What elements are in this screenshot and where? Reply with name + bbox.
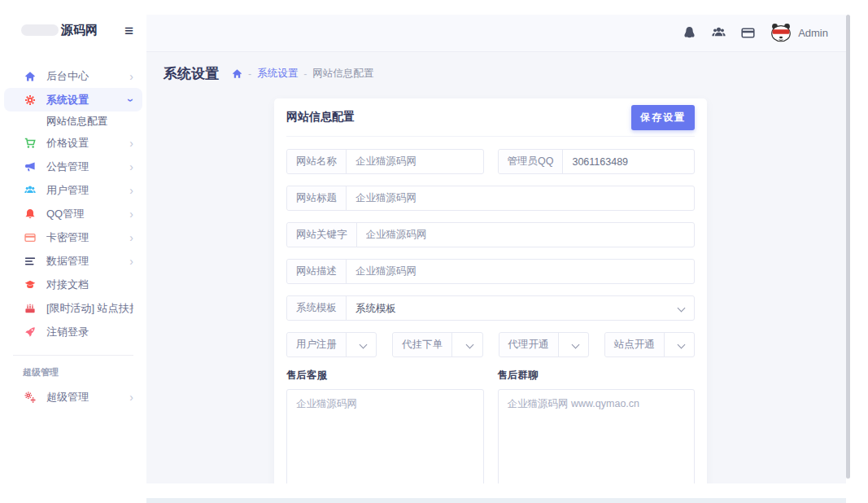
cogs-icon (24, 391, 36, 403)
logo-redacted-blob (21, 24, 59, 36)
aftersale-service-label: 售后客服 (286, 369, 484, 383)
save-settings-button[interactable]: 保存设置 (631, 105, 695, 130)
panda-avatar (770, 23, 792, 43)
sidebar-section-label: 超级管理 (0, 356, 146, 385)
app-root: 源码网 ≡ 后台中心 › 系统设置 › 网站信息配置 价格设置 › 公告管理 ›… (0, 0, 868, 503)
breadcrumb-link-system-settings[interactable]: 系统设置 (257, 67, 298, 81)
navbar-icons (683, 26, 755, 40)
scrollbar[interactable] (846, 15, 850, 479)
users-icon[interactable] (712, 26, 726, 40)
chevron-right-icon: › (129, 185, 133, 196)
sidebar-item-backend-center[interactable]: 后台中心 › (0, 64, 146, 88)
cake-icon (24, 303, 36, 314)
site-description-input[interactable] (347, 260, 694, 283)
chevron-down-icon: › (126, 98, 137, 102)
chevron-right-icon: › (129, 71, 133, 82)
cart-icon (24, 138, 36, 149)
content-area: 系统设置 - 系统设置 - 网站信息配置 网站信息配置 保存设置 (146, 52, 846, 483)
sidebar-item-docs[interactable]: 对接文档 (0, 273, 146, 296)
admin-qq-field-group: 管理员QQ (498, 149, 696, 174)
gear-icon (24, 94, 36, 106)
site-name-input[interactable] (347, 150, 483, 173)
chevron-right-icon: › (129, 138, 133, 149)
sidebar-item-card-key-management[interactable]: 卡密管理 › (0, 225, 146, 249)
sidebar-item-price-settings[interactable]: 价格设置 › (0, 131, 146, 155)
chevron-right-icon: › (129, 256, 133, 267)
user-menu[interactable]: Admin (770, 23, 828, 43)
graduation-cap-icon (24, 279, 36, 291)
breadcrumb: - 系统设置 - 网站信息配置 (232, 67, 373, 81)
credit-card-icon (24, 232, 36, 243)
logo-row: 源码网 ≡ (0, 0, 146, 50)
sidebar-item-system-settings[interactable]: 系统设置 › (4, 88, 142, 112)
proxy-order-select[interactable]: 开启 (452, 333, 482, 356)
chevron-right-icon: › (129, 161, 133, 173)
site-name-label: 网站名称 (287, 150, 347, 173)
main-area: Admin 系统设置 - 系统设置 - 网站信息配置 网站信息配置 (146, 15, 846, 483)
sidebar: 源码网 ≡ 后台中心 › 系统设置 › 网站信息配置 价格设置 › 公告管理 ›… (0, 0, 146, 503)
aftersale-group-label: 售后群聊 (498, 369, 696, 383)
site-title-input[interactable] (347, 186, 694, 210)
site-keywords-input[interactable] (357, 223, 695, 247)
toggle-row: 用户注册 开启 代挂下单 开启 代理开通 开启 站点开通 开启 (286, 332, 695, 357)
sidebar-item-user-management[interactable]: 用户管理 › (0, 178, 146, 202)
admin-qq-label: 管理员QQ (499, 150, 564, 173)
chevron-right-icon: › (129, 208, 133, 220)
bell-icon (24, 208, 36, 220)
top-navbar: Admin (146, 15, 846, 52)
page-header: 系统设置 - 系统设置 - 网站信息配置 (164, 64, 373, 83)
admin-user-label: Admin (798, 27, 828, 39)
sidebar-section-menu: 超级管理 › (0, 385, 146, 409)
chevron-right-icon: › (129, 232, 133, 243)
list-icon (24, 256, 36, 267)
home-icon[interactable] (232, 68, 242, 79)
qq-icon[interactable] (683, 26, 696, 40)
sidebar-item-limited-event-site-support[interactable]: [限时活动] 站点扶持 (0, 296, 146, 320)
template-select[interactable]: 系统模板 (347, 296, 694, 320)
site-keywords-field-group: 网站关键字 (286, 222, 695, 247)
hamburger-menu-icon[interactable]: ≡ (124, 23, 133, 38)
sidebar-item-logout[interactable]: 注销登录 (0, 320, 146, 343)
site-name-field-group: 网站名称 (286, 149, 484, 174)
site-info-card: 网站信息配置 保存设置 网站名称 管理员QQ (274, 98, 707, 483)
site-description-label: 网站描述 (287, 260, 347, 283)
admin-qq-input[interactable] (563, 150, 694, 173)
sidebar-item-data-management[interactable]: 数据管理 › (0, 249, 146, 273)
card-header: 网站信息配置 保存设置 (286, 98, 695, 137)
users-icon (24, 185, 36, 196)
card-title: 网站信息配置 (286, 110, 355, 125)
aftersale-service-textarea[interactable]: 企业猫源码网 (286, 389, 484, 483)
template-field-group: 系统模板 系统模板 (286, 295, 695, 321)
agent-open-select[interactable]: 开启 (559, 333, 589, 356)
page-title: 系统设置 (164, 64, 219, 83)
site-title-field-group: 网站标题 (286, 186, 695, 211)
sidebar-menu: 后台中心 › 系统设置 › 网站信息配置 价格设置 › 公告管理 › 用户管理 … (0, 50, 146, 343)
sidebar-item-super-management[interactable]: 超级管理 › (0, 385, 146, 409)
site-description-field-group: 网站描述 (286, 259, 695, 284)
megaphone-icon (24, 161, 36, 173)
aftersale-group-textarea[interactable]: 企业猫源码网 www.qymao.cn (498, 389, 696, 483)
footer-strip (146, 498, 846, 503)
sidebar-item-announcement-management[interactable]: 公告管理 › (0, 155, 146, 178)
site-keywords-label: 网站关键字 (287, 223, 357, 247)
proxy-order-field-group: 代挂下单 开启 (392, 332, 482, 357)
site-title-label: 网站标题 (287, 186, 347, 210)
breadcrumb-separator: - (303, 68, 307, 80)
agent-open-field-group: 代理开通 开启 (499, 332, 589, 357)
sidebar-subitem-site-info-config[interactable]: 网站信息配置 (0, 112, 146, 131)
sidebar-item-qq-management[interactable]: QQ管理 › (0, 202, 146, 225)
card-body: 网站名称 管理员QQ 网站标题 (286, 137, 695, 483)
breadcrumb-current: 网站信息配置 (312, 67, 373, 81)
user-register-field-group: 用户注册 开启 (286, 332, 377, 357)
textarea-row: 售后客服 企业猫源码网 售后群聊 企业猫源码网 www.qymao.cn (286, 369, 695, 483)
credit-card-icon[interactable] (741, 26, 755, 40)
brand-logo[interactable]: 源码网 (61, 23, 98, 38)
logout-icon (24, 326, 36, 338)
chevron-right-icon: › (129, 391, 133, 403)
site-open-select[interactable]: 开启 (665, 333, 695, 356)
site-open-field-group: 站点开通 开启 (604, 332, 695, 357)
user-register-select[interactable]: 开启 (347, 333, 377, 356)
breadcrumb-separator: - (248, 68, 251, 80)
home-icon (24, 71, 36, 82)
template-label: 系统模板 (287, 296, 347, 320)
